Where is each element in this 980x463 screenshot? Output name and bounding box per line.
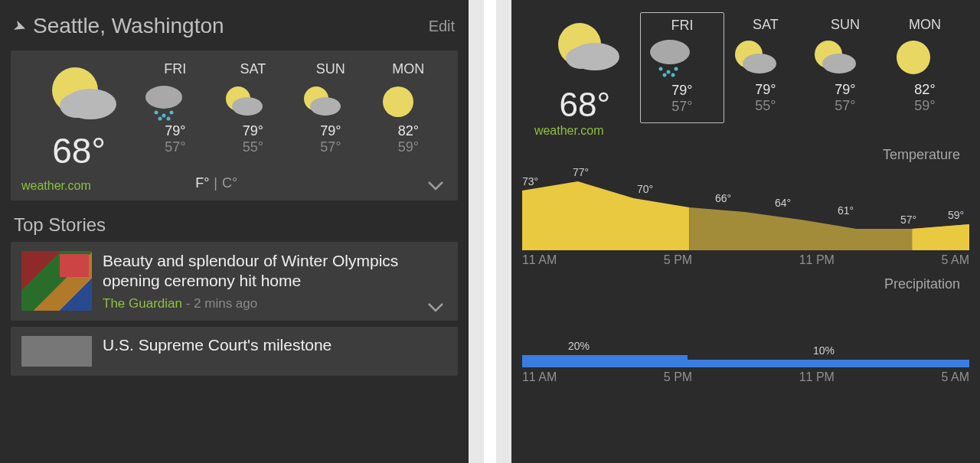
temp-point-61: 61° (838, 204, 854, 250)
story-card-2[interactable]: U.S. Supreme Court's milestone (11, 327, 458, 376)
partly-cloudy-icon (218, 82, 287, 122)
svg-point-20 (674, 67, 678, 71)
sun-icon (374, 82, 443, 122)
rain-icon (141, 82, 210, 122)
svg-point-3 (145, 86, 182, 109)
unit-f[interactable]: F° (195, 175, 209, 191)
current-temp: 68° (560, 86, 611, 124)
chevron-down-icon[interactable] (427, 302, 444, 313)
svg-point-8 (166, 117, 170, 121)
temp-point-57: 57° (900, 214, 916, 250)
svg-point-4 (154, 111, 158, 115)
precip-val-10: 10% (813, 344, 835, 357)
forecast-day-sun[interactable]: SUN 79° 57° (296, 61, 365, 155)
temperature-hours: 11 AM 5 PM 11 PM 5 AM (522, 253, 969, 267)
precipitation-chart: 20% 10% (522, 314, 969, 367)
story-title: Beauty and splendour of Winter Olympics … (103, 251, 447, 292)
unit-c[interactable]: C° (222, 175, 237, 191)
precipitation-hours: 11 AM 5 PM 11 PM 5 AM (522, 370, 969, 384)
partly-cloudy-icon (727, 36, 804, 79)
current-weather: 68° (21, 61, 136, 171)
unit-toggle[interactable]: F° | C° (195, 175, 237, 191)
temp-point-64: 64° (775, 197, 791, 250)
forecast-day-mon[interactable]: MON 82° 59° (374, 61, 443, 155)
forecast-day-sat[interactable]: SAT 79° 55° (218, 61, 287, 155)
forecast-day-sat[interactable]: SAT 79° 55° (727, 17, 804, 114)
temperature-label: Temperature (511, 147, 960, 163)
partly-cloudy-icon (37, 61, 121, 126)
svg-point-24 (743, 54, 776, 73)
svg-point-19 (666, 70, 670, 74)
temp-point-73: 73° (522, 175, 538, 250)
precipitation-label: Precipitation (511, 276, 960, 292)
current-weather: 68° (531, 17, 639, 124)
current-temp: 68° (52, 130, 106, 171)
svg-point-22 (671, 73, 675, 77)
rain-icon (644, 37, 720, 80)
svg-point-10 (232, 97, 263, 116)
svg-point-21 (662, 73, 666, 77)
story-card-1[interactable]: Beauty and splendour of Winter Olympics … (11, 242, 458, 321)
svg-point-18 (658, 67, 662, 71)
svg-point-17 (650, 40, 690, 64)
forecast-day-fri-selected[interactable]: FRI 79° 57° (640, 12, 724, 123)
screen-left-news-weather: ➤ Seattle, Washington Edit 68° FRI 79° (0, 0, 469, 463)
weather-source-link[interactable]: weather.com (534, 124, 604, 137)
temp-point-70: 70° (637, 183, 653, 250)
sun-icon (887, 36, 963, 79)
story-meta: The Guardian - 2 mins ago (103, 296, 447, 311)
location-row: ➤ Seattle, Washington Edit (0, 0, 469, 44)
svg-point-6 (169, 111, 173, 115)
forecast-row: FRI 79° 57° SAT 79° 55° SUN 79° 57° (639, 17, 965, 124)
precip-bar-2 (688, 360, 969, 367)
temperature-chart: 73° 77° 70° 66° 64° 61° 57° 59° (522, 168, 969, 250)
forecast-day-fri[interactable]: FRI 79° 57° (141, 61, 210, 155)
svg-point-7 (158, 117, 162, 121)
story-thumbnail (21, 336, 92, 367)
partly-cloudy-icon (807, 36, 884, 79)
location-icon: ➤ (11, 15, 29, 37)
svg-point-27 (897, 41, 930, 74)
svg-point-26 (822, 54, 856, 73)
chevron-down-icon[interactable] (427, 181, 444, 191)
story-thumbnail (21, 251, 92, 311)
precip-val-20: 20% (568, 340, 590, 352)
svg-point-12 (310, 97, 341, 116)
forecast-day-mon[interactable]: MON 82° 59° (887, 17, 963, 114)
svg-point-5 (162, 114, 165, 118)
svg-point-2 (60, 93, 93, 118)
forecast-row: FRI 79° 57° SAT 79° 55° SUN 79° (136, 61, 447, 155)
temp-point-59: 59° (948, 209, 964, 250)
partly-cloudy-icon (296, 82, 365, 122)
weather-card[interactable]: 68° FRI 79° 57° SAT 79° 55° (11, 51, 458, 201)
top-stories-heading: Top Stories (14, 214, 455, 236)
partly-cloudy-icon (543, 17, 627, 78)
temp-point-66: 66° (715, 192, 731, 250)
precip-bar-1 (522, 355, 688, 367)
svg-point-13 (383, 86, 413, 117)
svg-point-16 (566, 47, 596, 69)
svg-marker-28 (522, 181, 689, 250)
story-title: U.S. Supreme Court's milestone (103, 336, 332, 367)
edit-button[interactable]: Edit (429, 18, 455, 35)
screen-right-weather-detail: 68° FRI 79° 57° SAT 79° 55° SUN (511, 0, 980, 463)
forecast-day-sun[interactable]: SUN 79° 57° (807, 17, 884, 114)
location-text: Seattle, Washington (33, 14, 224, 38)
temp-point-77: 77° (573, 166, 589, 250)
